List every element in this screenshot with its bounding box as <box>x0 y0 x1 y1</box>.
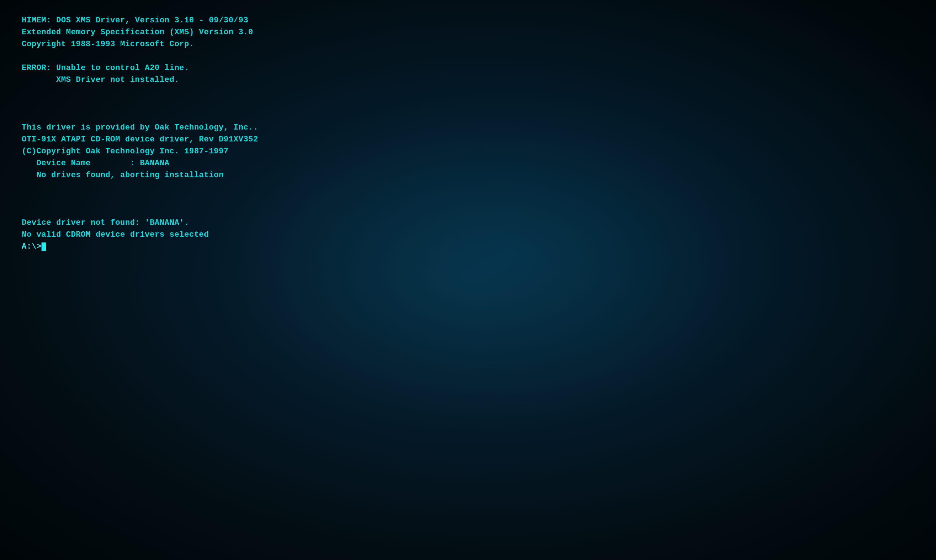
terminal-empty-line <box>22 181 914 193</box>
terminal-empty-line <box>22 205 914 217</box>
terminal-line: Extended Memory Specification (XMS) Vers… <box>22 26 914 38</box>
terminal-empty-line <box>22 50 914 62</box>
terminal-line: XMS Driver not installed. <box>22 74 914 86</box>
terminal-line: No valid CDROM device drivers selected <box>22 229 914 241</box>
terminal-empty-line <box>22 110 914 122</box>
terminal-line: HIMEM: DOS XMS Driver, Version 3.10 - 09… <box>22 14 914 26</box>
terminal-line: OTI-91X ATAPI CD-ROM device driver, Rev … <box>22 134 914 145</box>
terminal-empty-line <box>22 193 914 205</box>
terminal-prompt-line: A:\> <box>22 241 914 252</box>
terminal-cursor <box>42 243 46 251</box>
dos-screen: HIMEM: DOS XMS Driver, Version 3.10 - 09… <box>0 0 936 560</box>
terminal-line: This driver is provided by Oak Technolog… <box>22 122 914 134</box>
terminal-line: ERROR: Unable to control A20 line. <box>22 62 914 74</box>
terminal-output: HIMEM: DOS XMS Driver, Version 3.10 - 09… <box>22 14 914 252</box>
terminal-empty-line <box>22 98 914 110</box>
terminal-line: Copyright 1988-1993 Microsoft Corp. <box>22 38 914 50</box>
terminal-line: (C)Copyright Oak Technology Inc. 1987-19… <box>22 145 914 157</box>
terminal-line: No drives found, aborting installation <box>22 169 914 181</box>
terminal-line: Device driver not found: 'BANANA'. <box>22 217 914 229</box>
terminal-empty-line <box>22 86 914 98</box>
terminal-line: Device Name : BANANA <box>22 157 914 169</box>
